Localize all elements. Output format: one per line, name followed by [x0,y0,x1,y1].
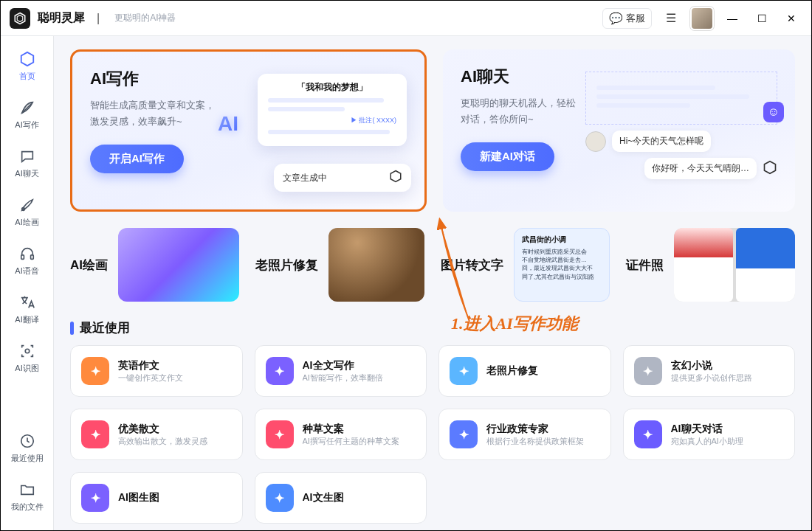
svg-marker-2 [21,52,33,66]
recent-item[interactable]: ✦ 英语作文 一键创作英文作文 [70,345,243,397]
app-logo [10,8,30,29]
menu-icon: ☰ [666,11,676,25]
app-name: 聪明灵犀 [38,10,85,26]
hero-write-preview: AI 「我和我的梦想」 ▶ 批注( XXXX) 文章生成中 [244,74,407,192]
ai-badge-icon: AI [218,112,238,136]
history-icon [18,431,37,451]
svg-point-6 [25,349,30,353]
recent-item[interactable]: ✦ 老照片修复 [438,345,611,397]
recent-item-sub: 提供更多小说创作思路 [671,372,752,384]
support-button[interactable]: 💬 客服 [602,8,652,29]
recent-item-icon: ✦ [450,420,478,448]
hero-chat[interactable]: AI聊天 更聪明的聊天机器人，轻松 对话，答你所问~ 新建AI对话 ☺ Hi~今… [443,49,795,212]
recent-item-sub: 宛如真人的AI小助理 [671,436,743,447]
svg-marker-9 [765,161,776,173]
svg-marker-8 [390,171,401,182]
sidebar-item-draw[interactable]: AI绘画 [5,190,49,234]
recent-item[interactable]: ✦ 优美散文 高效输出散文，激发灵感 [70,409,243,460]
home-icon [18,49,37,69]
sidebar-item-voice[interactable]: AI语音 [5,238,49,282]
feather-icon [18,98,37,117]
recent-item-title: 优美散文 [118,423,207,436]
sidebar-item-home[interactable]: 首页 [5,44,49,88]
sidebar-item-recent[interactable]: 最近使用 [5,426,49,470]
minimize-icon: — [727,13,737,24]
close-icon: ✕ [787,13,796,24]
recent-item-title: AI聊天对话 [671,423,743,436]
draw-thumbnail [118,228,239,302]
recent-item-sub: 一键创作英文作文 [118,372,183,384]
chat-bubble-icon: 💬 [609,12,623,25]
maximize-icon: ☐ [757,13,767,24]
folder-icon [18,480,37,499]
hex-icon [389,170,402,186]
recent-grid: ✦ 英语作文 一键创作英文作文 ✦ AI全文写作 AI智能写作，效率翻倍 ✦ 老… [70,345,795,524]
recent-item[interactable]: ✦ AI文生图 [255,472,427,524]
svg-marker-1 [17,15,23,21]
tool-idphoto[interactable]: 证件照 [626,228,795,302]
titlebar: 聪明灵犀 | 更聪明的AI神器 💬 客服 ☰ — ☐ ✕ [1,1,811,36]
main-content: AI写作 智能生成高质量文章和文案， 激发灵感，效率飙升~ 开启AI写作 AI … [54,36,811,530]
recent-item-title: AI图生图 [118,491,159,504]
headphone-icon [18,244,37,263]
recent-item-icon: ✦ [634,420,662,448]
maximize-button[interactable]: ☐ [751,7,773,30]
recent-item[interactable]: ✦ 种草文案 AI撰写任何主题的种草文案 [255,409,427,460]
recent-item-icon: ✦ [266,420,294,448]
recent-item-title: 英语作文 [118,359,183,372]
sidebar-item-ocr[interactable]: AI识图 [5,336,49,380]
minimize-button[interactable]: — [721,7,743,30]
recent-item-title: AI全文写作 [303,359,383,372]
recent-item[interactable]: ✦ 玄幻小说 提供更多小说创作思路 [623,345,796,397]
chat-icon [18,147,37,166]
sidebar-item-files[interactable]: 我的文件 [5,474,49,518]
hero-chat-preview: ☺ Hi~今天的天气怎样呢 你好呀，今天天气晴朗… [585,72,777,185]
recent-item-icon: ✦ [81,420,109,448]
recent-item-icon: ✦ [81,357,109,385]
recent-item-icon: ✦ [634,357,662,385]
svg-rect-5 [30,255,33,260]
recent-item-title: AI文生图 [303,491,344,504]
new-chat-button[interactable]: 新建AI对话 [461,142,554,171]
restore-thumbnail [328,228,424,302]
close-button[interactable]: ✕ [780,7,802,30]
translate-icon [18,293,37,312]
recent-item-sub: 根据行业名称提供政策框架 [486,436,584,447]
recent-item-icon: ✦ [450,357,478,385]
recent-item-title: 种草文案 [303,423,399,436]
chat-bot-icon: ☺ [763,102,784,122]
hero-write[interactable]: AI写作 智能生成高质量文章和文案， 激发灵感，效率飙升~ 开启AI写作 AI … [70,49,427,212]
ocr-thumbnail: 武昌街的小调 有时候到重庆路采买总会 不自觉地绕武昌街走去… 回，最近发现武昌街… [514,228,610,302]
recent-item[interactable]: ✦ 行业政策专家 根据行业名称提供政策框架 [438,409,611,460]
sidebar-item-write[interactable]: AI写作 [5,92,49,136]
recent-item-title: 老照片修复 [486,364,538,378]
recent-item[interactable]: ✦ AI图生图 [70,472,243,524]
menu-button[interactable]: ☰ [659,7,683,30]
recent-item[interactable]: ✦ AI聊天对话 宛如真人的AI小助理 [623,409,796,460]
recent-item-sub: 高效输出散文，激发灵感 [118,436,207,447]
recent-item-icon: ✦ [266,484,294,512]
scan-icon [18,341,37,361]
recent-item-title: 行业政策专家 [486,423,584,436]
idphoto-thumbnail [674,228,795,302]
tool-restore[interactable]: 老照片修复 [255,228,424,302]
sidebar-item-chat[interactable]: AI聊天 [5,141,49,185]
recent-item-sub: AI撰写任何主题的种草文案 [303,436,399,447]
app-subtitle: 更聪明的AI神器 [114,12,176,24]
recent-item-icon: ✦ [81,484,109,512]
sidebar-item-translate[interactable]: AI翻译 [5,287,49,331]
tool-ocr[interactable]: 图片转文字 武昌街的小调 有时候到重庆路采买总会 不自觉地绕武昌街走去… 回，最… [441,228,610,302]
svg-point-3 [21,208,24,211]
recent-item-icon: ✦ [266,357,294,385]
hero-write-desc: 智能生成高质量文章和文案， 激发灵感，效率飙升~ [90,97,238,130]
hex-icon [763,160,777,178]
tool-draw[interactable]: AI绘画 [70,228,239,302]
user-avatar-small [585,131,606,152]
recent-item[interactable]: ✦ AI全文写作 AI智能写作，效率翻倍 [255,345,427,397]
svg-marker-0 [15,13,25,24]
user-avatar[interactable] [690,7,714,30]
recent-item-sub: AI智能写作，效率翻倍 [303,372,383,384]
recent-section-title: 最近使用 [70,319,795,336]
start-write-button[interactable]: 开启AI写作 [90,145,184,173]
recent-item-title: 玄幻小说 [671,359,752,372]
